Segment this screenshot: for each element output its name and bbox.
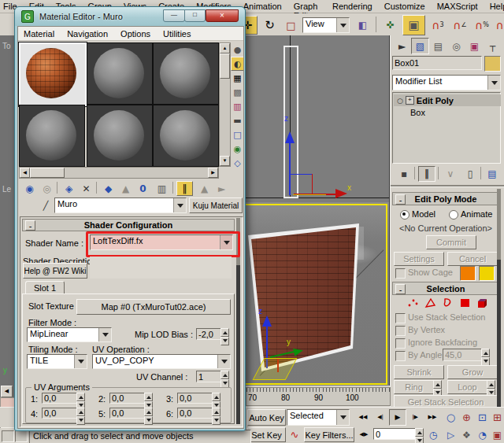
reference-coordinate-dropdown[interactable]: View: [302, 17, 350, 33]
go-to-end-icon[interactable]: ▶▶: [424, 409, 441, 426]
field-of-view-icon[interactable]: ▷: [443, 427, 459, 443]
menu-material[interactable]: Material: [24, 28, 54, 40]
status-mini-button[interactable]: [15, 430, 28, 442]
show-end-result-toggle-icon[interactable]: ‖: [176, 181, 193, 196]
uv-arg-spinner-3[interactable]: [212, 393, 220, 404]
sample-uv-tiling-icon[interactable]: ▩: [231, 85, 244, 99]
sample-horizontal-scrollbar[interactable]: ◀ ▶: [19, 167, 219, 179]
modifier-list-dropdown[interactable]: Modifier List: [392, 75, 501, 90]
scrollbar-thumb[interactable]: [220, 54, 230, 79]
background-icon[interactable]: ▦: [231, 71, 244, 85]
menu-help[interactable]: Help: [490, 1, 504, 13]
chevron-down-icon[interactable]: [98, 328, 111, 341]
object-color-swatch[interactable]: [484, 56, 501, 72]
collapse-icon[interactable]: -: [25, 220, 35, 231]
chevron-down-icon[interactable]: [217, 355, 230, 368]
by-vertex-checkbox[interactable]: [395, 326, 406, 336]
uv-channel-spinner[interactable]: [220, 371, 229, 383]
menu-options[interactable]: Options: [120, 28, 150, 40]
go-forward-to-sibling-icon[interactable]: ►: [213, 181, 230, 196]
backlight-icon[interactable]: ◐: [231, 57, 244, 71]
by-angle-spinner[interactable]: [481, 349, 490, 362]
model-radio[interactable]: [400, 210, 410, 220]
material-options-icon[interactable]: □: [231, 127, 244, 142]
uv-arg-field-5[interactable]: [109, 408, 146, 419]
expand-icon[interactable]: +: [406, 96, 414, 105]
maximize-button[interactable]: □: [184, 9, 206, 22]
uv-arg-field-1[interactable]: [42, 393, 78, 404]
sample-type-icon[interactable]: ●: [231, 42, 244, 57]
ring-button[interactable]: Ring: [394, 380, 434, 394]
collapse-icon[interactable]: -: [395, 194, 406, 205]
chevron-down-icon[interactable]: [487, 76, 500, 90]
use-stack-selection-checkbox[interactable]: [395, 313, 406, 323]
next-frame-icon[interactable]: |▶: [406, 409, 424, 426]
make-material-copy-icon[interactable]: ◆: [100, 181, 117, 196]
current-frame-field[interactable]: [373, 428, 417, 440]
scrollbar-thumb[interactable]: [497, 189, 501, 260]
make-unique-icon[interactable]: ∨: [442, 166, 459, 182]
pick-material-from-object-icon[interactable]: ╱: [39, 198, 53, 212]
select-and-scale-icon[interactable]: □: [281, 16, 301, 35]
configure-modifier-sets-icon[interactable]: ▤: [484, 166, 501, 182]
animate-radio[interactable]: [449, 210, 458, 220]
percent-snap-icon[interactable]: ∩%: [472, 16, 492, 35]
rollout-shader-configuration[interactable]: - Shader Configuration: [22, 219, 235, 231]
show-cage-checkbox[interactable]: [395, 268, 406, 279]
ignore-backfacing-checkbox[interactable]: [395, 338, 406, 349]
menu-navigation[interactable]: Navigation: [67, 28, 108, 40]
spinner-snap-icon[interactable]: ∩: [494, 16, 504, 35]
chevron-down-icon[interactable]: [173, 198, 186, 212]
material-slot-3[interactable]: [153, 42, 219, 105]
set-key-button[interactable]: Set Key: [247, 427, 286, 442]
video-color-check-icon[interactable]: ▥: [231, 99, 244, 113]
viewport-perspective[interactable]: z y: [235, 202, 390, 386]
uv-arg-spinner-2[interactable]: [144, 393, 153, 404]
ring-spinner[interactable]: [433, 380, 442, 393]
command-panel-scrollbar[interactable]: [497, 189, 501, 408]
select-and-manipulate-icon[interactable]: ✜: [380, 16, 400, 35]
viewport-top[interactable]: z x: [235, 35, 390, 202]
zoom-extents-all-icon[interactable]: ⊞: [490, 408, 504, 426]
go-to-parent-icon[interactable]: ▲: [196, 181, 213, 196]
by-angle-checkbox[interactable]: [395, 351, 406, 361]
timeline-ruler[interactable]: 70 80 90 100: [246, 387, 391, 406]
arc-rotate-icon[interactable]: ◔: [474, 427, 491, 443]
loop-button[interactable]: Loop: [447, 380, 487, 394]
show-map-in-viewport-icon[interactable]: ▥: [154, 181, 170, 196]
render-setup-icon[interactable]: ▣: [402, 15, 425, 35]
status-mini-button[interactable]: [2, 430, 14, 442]
timeline-scroll-left-icon[interactable]: ◀: [1, 386, 13, 397]
frame-spinner[interactable]: [415, 428, 424, 441]
menu-animation[interactable]: Animation: [243, 1, 282, 13]
shader-name-dropdown[interactable]: LoftTexDiff.fx: [90, 234, 233, 250]
key-mode-toggle-icon[interactable]: ◀▶: [356, 427, 372, 442]
play-icon[interactable]: ▶: [389, 409, 406, 426]
curve-editor-icon[interactable]: ∿: [287, 427, 302, 442]
material-slot-5[interactable]: [87, 105, 153, 167]
tab-display-icon[interactable]: ▣: [465, 38, 484, 54]
uv-channel-field[interactable]: [196, 371, 221, 382]
tab-hierarchy-icon[interactable]: ▤: [429, 38, 447, 54]
zoom-extents-icon[interactable]: ⊡: [474, 408, 491, 426]
stack-item-edit-poly[interactable]: ○ + Edit Poly: [394, 94, 501, 106]
collapse-icon[interactable]: -: [395, 284, 406, 294]
put-material-icon[interactable]: ◎: [39, 181, 55, 196]
rollout-edit-poly-mode[interactable]: - Edit Poly Mode: [392, 192, 499, 205]
commit-button[interactable]: Commit: [426, 235, 476, 249]
snap-toggle-3d-icon[interactable]: ∩3: [428, 16, 448, 35]
material-slot-2[interactable]: [87, 42, 153, 105]
time-configuration-icon[interactable]: ◷: [425, 427, 441, 442]
pin-stack-icon[interactable]: ▪: [395, 166, 413, 182]
reset-map-icon[interactable]: ✕: [78, 181, 94, 196]
show-end-result-icon[interactable]: ‖: [418, 166, 435, 182]
uv-arg-spinner-1[interactable]: [76, 393, 85, 404]
previous-frame-icon[interactable]: ◀|: [372, 409, 389, 426]
assign-material-icon[interactable]: ◈: [61, 181, 77, 196]
get-material-icon[interactable]: ◉: [21, 181, 38, 196]
lightbulb-icon[interactable]: ○: [397, 97, 403, 105]
scroll-down-icon[interactable]: ▼: [220, 156, 230, 166]
sample-vertical-scrollbar[interactable]: ▲ ▼: [219, 42, 231, 167]
material-id-channel-icon[interactable]: 0: [135, 181, 151, 196]
cage-selected-color-swatch[interactable]: [479, 266, 495, 281]
